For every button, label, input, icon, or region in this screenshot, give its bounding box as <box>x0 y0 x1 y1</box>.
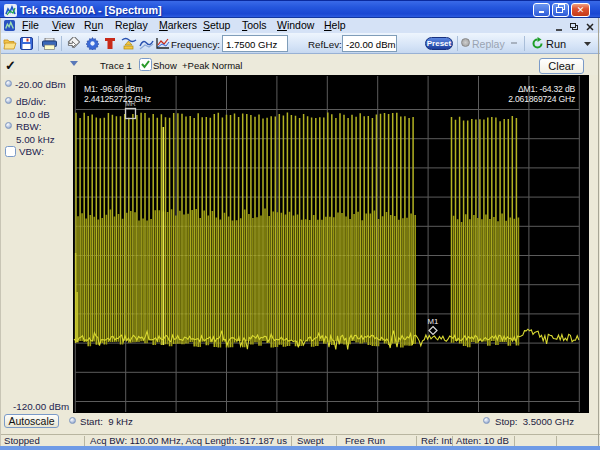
svg-text:2.061869724 GHz: 2.061869724 GHz <box>508 94 575 104</box>
svg-text:M1: M1 <box>428 317 439 326</box>
svg-text:ΔM1: -64.32 dB: ΔM1: -64.32 dB <box>518 84 575 94</box>
svg-text:M1: -96.66 dBm: M1: -96.66 dBm <box>84 84 142 94</box>
svg-text:2.441252722 GHz: 2.441252722 GHz <box>84 94 151 104</box>
